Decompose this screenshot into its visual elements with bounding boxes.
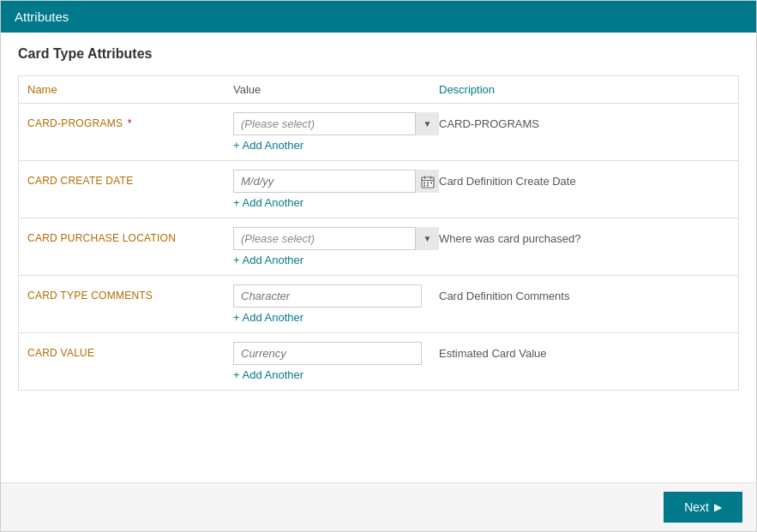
page-title: Card Type Attributes xyxy=(18,46,739,62)
row-name-card-programs: CARD-PROGRAMS * xyxy=(27,112,233,129)
row-desc-card-value: Estimated Card Value xyxy=(439,342,730,360)
add-another-card-purchase-location[interactable]: + Add Another xyxy=(233,254,439,266)
add-another-card-type-comments[interactable]: + Add Another xyxy=(233,311,439,324)
required-indicator: * xyxy=(124,117,131,129)
row-value-card-value: + Add Another xyxy=(233,342,439,381)
next-chevron-icon: ▶ xyxy=(714,501,722,513)
next-label: Next xyxy=(684,500,709,514)
row-value-card-programs: (Please select) + Add Another xyxy=(233,112,439,152)
col-header-name: Name xyxy=(27,83,233,96)
date-wrapper-card-create-date xyxy=(233,170,439,193)
table-row: CARD VALUE + Add Another Estimated Card … xyxy=(19,333,738,390)
row-name-card-type-comments: CARD TYPE COMMENTS xyxy=(27,284,233,302)
table-row: CARD-PROGRAMS * (Please select) + Add An… xyxy=(19,104,738,161)
card-programs-select[interactable]: (Please select) xyxy=(233,112,422,135)
svg-rect-7 xyxy=(424,184,425,186)
add-another-card-programs[interactable]: + Add Another xyxy=(233,139,439,152)
table-row: CARD PURCHASE LOCATION (Please select) +… xyxy=(19,218,738,276)
col-header-description: Description xyxy=(439,83,730,96)
add-another-card-value[interactable]: + Add Another xyxy=(233,368,439,381)
row-value-card-type-comments: + Add Another xyxy=(233,284,439,324)
row-desc-card-programs: CARD-PROGRAMS xyxy=(439,112,730,130)
row-desc-card-purchase-location: Where was card purchased? xyxy=(439,227,730,245)
row-value-card-create-date: + Add Another xyxy=(233,170,439,209)
window-title: Attributes xyxy=(15,9,69,24)
card-value-input[interactable] xyxy=(233,342,422,365)
row-value-card-purchase-location: (Please select) + Add Another xyxy=(233,227,439,266)
row-name-card-value: CARD VALUE xyxy=(27,342,233,359)
card-type-comments-input[interactable] xyxy=(233,284,422,308)
attributes-table: Name Value Description CARD-PROGRAMS * (… xyxy=(18,75,739,391)
select-wrapper-card-programs: (Please select) xyxy=(233,112,439,135)
col-header-value: Value xyxy=(233,83,439,96)
calendar-icon[interactable] xyxy=(415,170,439,193)
row-desc-card-type-comments: Card Definition Comments xyxy=(439,284,730,302)
svg-rect-8 xyxy=(427,184,429,186)
add-another-card-create-date[interactable]: + Add Another xyxy=(233,196,439,209)
footer-bar: Next ▶ xyxy=(1,482,756,531)
svg-rect-6 xyxy=(430,182,432,183)
table-row: CARD CREATE DATE xyxy=(19,161,738,218)
table-row: CARD TYPE COMMENTS + Add Another Card De… xyxy=(19,276,738,333)
table-header: Name Value Description xyxy=(19,76,738,104)
svg-rect-5 xyxy=(427,182,429,183)
next-button[interactable]: Next ▶ xyxy=(664,492,742,523)
row-desc-card-create-date: Card Definition Create Date xyxy=(439,170,730,188)
card-purchase-location-select[interactable]: (Please select) xyxy=(233,227,422,250)
row-name-card-purchase-location: CARD PURCHASE LOCATION xyxy=(27,227,233,244)
svg-rect-4 xyxy=(424,182,425,183)
content-area: Card Type Attributes Name Value Descript… xyxy=(1,33,756,482)
row-name-card-create-date: CARD CREATE DATE xyxy=(27,170,233,187)
main-window: Attributes Card Type Attributes Name Val… xyxy=(0,0,757,532)
main-scroll-area[interactable]: Card Type Attributes Name Value Descript… xyxy=(1,33,756,482)
select-wrapper-card-purchase-location: (Please select) xyxy=(233,227,439,250)
title-bar: Attributes xyxy=(1,1,756,33)
card-create-date-input[interactable] xyxy=(233,170,422,193)
